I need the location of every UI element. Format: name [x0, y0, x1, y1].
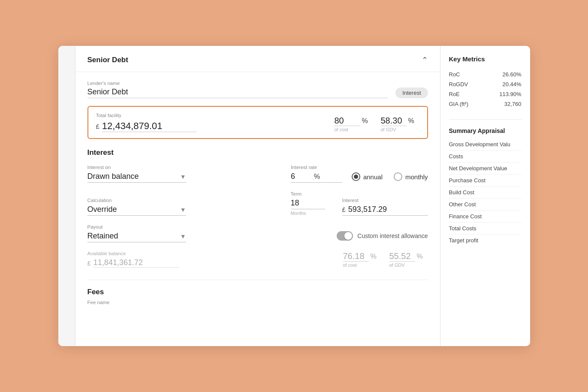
metrics-label: RoE [449, 89, 483, 99]
interest-badge[interactable]: Interest [395, 87, 428, 98]
interest-amount-group: Interest £ 593,517.29 [342, 198, 428, 216]
facility-pct2-sym: % [408, 117, 414, 125]
radio-annual-circle [352, 172, 360, 181]
avail-amount-wrap: Available balance £ [87, 251, 209, 268]
payout-arrow-icon[interactable]: ▼ [180, 233, 186, 240]
summary-title: Summary Appraisal [449, 127, 522, 134]
metrics-row: GIA (ft²)32,760 [449, 99, 522, 109]
term-sub: Months [291, 211, 325, 216]
avail-pct1-sym: % [371, 253, 377, 260]
calculation-group: Calculation Override ▼ [87, 198, 186, 216]
facility-pct2-row: % [381, 116, 414, 126]
avail-balance-row: Available balance £ % of cost [87, 251, 428, 268]
metrics-row: RoGDV20.44% [449, 79, 522, 89]
toggle-knob [344, 232, 352, 240]
summary-item[interactable]: Costs [449, 151, 522, 163]
summary-item[interactable]: Other Cost [449, 199, 522, 211]
radio-monthly[interactable]: monthly [394, 172, 428, 181]
avail-input[interactable] [93, 258, 179, 268]
avail-pct1-sub: of cost [343, 262, 357, 268]
custom-interest-toggle[interactable] [337, 231, 353, 241]
interest-on-arrow-icon[interactable]: ▼ [180, 173, 186, 180]
interest-on-group: Interest on Drawn balance ▼ [87, 165, 186, 183]
term-group: Term Months [291, 191, 325, 216]
facility-pct2-sub: of GDV [381, 127, 396, 132]
section-title: Senior Debt [87, 56, 128, 64]
key-metrics-table: RoC26.60%RoGDV20.44%RoE113.90%GIA (ft²)3… [449, 69, 522, 109]
avail-currency: £ [87, 259, 91, 267]
calculation-dropdown[interactable]: Override ▼ [87, 205, 186, 216]
avail-pct1-row: % [343, 251, 377, 262]
interest-amount-currency: £ [342, 206, 346, 213]
term-label: Term [291, 191, 325, 196]
facility-currency: £ [96, 123, 100, 130]
avail-label: Available balance [87, 251, 209, 256]
facility-pct2-input[interactable] [381, 116, 407, 126]
interest-amount-label: Interest [342, 198, 428, 203]
custom-interest-wrap: Custom interest allowance [337, 231, 428, 241]
metrics-value: 26.60% [483, 69, 522, 79]
fees-section: Fees Fee name [75, 288, 440, 311]
summary-item[interactable]: Finance Cost [449, 211, 522, 223]
avail-pct1-input[interactable] [343, 251, 369, 262]
avail-pct1-group: % of cost [343, 251, 382, 268]
avail-pct2-input[interactable] [389, 251, 415, 262]
facility-label: Total facility [96, 113, 323, 118]
radio-monthly-circle [394, 172, 402, 181]
interest-on-label: Interest on [87, 165, 186, 170]
key-metrics-title: Key Metrics [449, 55, 522, 63]
payout-group: Payout Retained ▼ [87, 224, 186, 242]
summary-item[interactable]: Target profit [449, 235, 522, 246]
section-header: Senior Debt ⌃ [75, 46, 440, 72]
lender-name-input[interactable] [87, 87, 388, 98]
payout-row: Payout Retained ▼ Custom interest allowa… [87, 224, 428, 242]
radio-annual-label: annual [363, 173, 383, 181]
metrics-row: RoE113.90% [449, 89, 522, 99]
term-input-row [291, 199, 325, 209]
term-input[interactable] [291, 199, 312, 208]
summary-item[interactable]: Net Development Value [449, 163, 522, 175]
facility-pct2-group: % of GDV [381, 116, 419, 132]
fees-title: Fees [87, 288, 428, 296]
metrics-label: GIA (ft²) [449, 99, 483, 109]
chevron-up-icon[interactable]: ⌃ [422, 55, 428, 65]
main-content: Senior Debt ⌃ Lender's name Interest Tot… [75, 46, 440, 346]
avail-pct2-row: % [389, 251, 423, 262]
payout-value: Retained [87, 232, 178, 241]
metrics-label: RoC [449, 69, 483, 79]
interest-rate-pct: % [314, 173, 320, 181]
interest-on-value: Drawn balance [87, 172, 178, 181]
radio-annual[interactable]: annual [352, 172, 383, 181]
avail-pct2-sym: % [417, 253, 423, 260]
summary-item[interactable]: Gross Development Valu [449, 139, 522, 151]
section-divider [87, 280, 428, 280]
interest-rate-wrap: % [291, 172, 342, 183]
payout-label: Payout [87, 224, 186, 229]
metrics-row: RoC26.60% [449, 69, 522, 79]
summary-item[interactable]: Build Cost [449, 187, 522, 199]
custom-interest-label: Custom interest allowance [357, 232, 428, 239]
facility-amount-input[interactable] [102, 121, 196, 132]
interest-rate-label: Interest rate [291, 165, 342, 170]
facility-pct1-input[interactable] [335, 116, 360, 126]
summary-item[interactable]: Purchase Cost [449, 175, 522, 187]
payout-dropdown[interactable]: Retained ▼ [87, 232, 186, 242]
lender-label: Lender's name [87, 81, 388, 86]
summary-list: Gross Development ValuCostsNet Developme… [449, 139, 522, 246]
interest-rate-input[interactable] [291, 172, 312, 181]
left-nav [58, 46, 75, 346]
calculation-value: Override [87, 205, 178, 214]
interest-rate-group: Interest rate % [291, 165, 342, 183]
summary-item[interactable]: Total Costs [449, 223, 522, 235]
interest-row-1: Interest on Drawn balance ▼ Interest rat… [87, 165, 428, 183]
total-facility-box: Total facility £ % of cost [87, 106, 428, 139]
lender-row: Lender's name Interest [87, 81, 428, 98]
interest-amount-value: 593,517.29 [348, 205, 387, 214]
metrics-value: 32,760 [483, 99, 522, 109]
metrics-label: RoGDV [449, 79, 483, 89]
calculation-arrow-icon[interactable]: ▼ [180, 206, 186, 213]
radio-annual-dot [354, 175, 358, 179]
interest-on-dropdown[interactable]: Drawn balance ▼ [87, 172, 186, 183]
interest-amount-row: £ 593,517.29 [342, 205, 428, 216]
facility-amount: £ [96, 121, 323, 132]
